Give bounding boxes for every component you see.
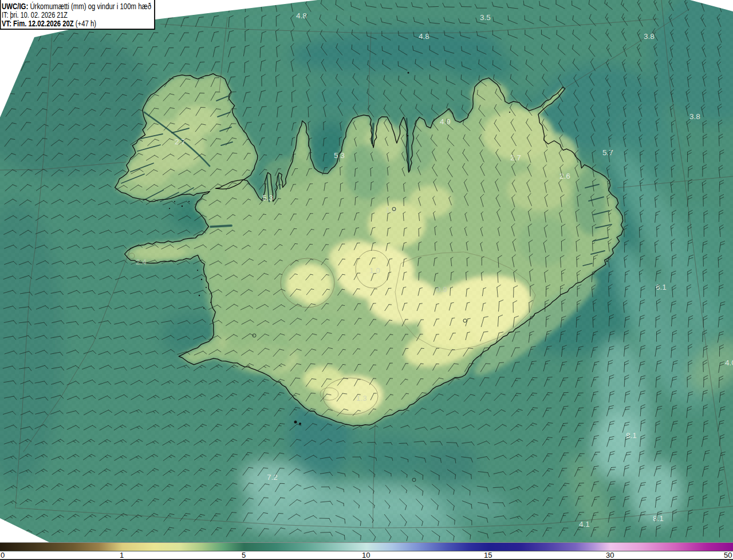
svg-text:UWC/IG: Úrkomumætti (mm) og vi: UWC/IG: Úrkomumætti (mm) og vindur i 100… <box>2 2 151 11</box>
svg-text:3.5: 3.5 <box>480 13 491 22</box>
svg-text:5: 5 <box>242 551 246 559</box>
svg-text:5.7: 5.7 <box>602 148 613 157</box>
svg-text:4.8: 4.8 <box>296 11 307 20</box>
svg-text:10: 10 <box>362 551 370 559</box>
svg-text:6.1: 6.1 <box>656 283 667 291</box>
svg-text:30: 30 <box>606 551 614 559</box>
svg-text:1.3: 1.3 <box>356 394 367 403</box>
svg-text:3.8: 3.8 <box>644 32 655 41</box>
svg-text:8.1: 8.1 <box>653 514 664 523</box>
svg-text:50: 50 <box>724 551 732 559</box>
svg-text:5.3: 5.3 <box>262 194 273 202</box>
svg-text:3.8: 3.8 <box>689 112 700 121</box>
svg-text:2.7: 2.7 <box>175 137 186 146</box>
svg-text:15: 15 <box>484 551 492 559</box>
svg-text:2.7: 2.7 <box>510 153 521 162</box>
svg-text:1: 1 <box>120 551 124 559</box>
svg-text:1.9: 1.9 <box>385 206 396 214</box>
svg-text:8.1: 8.1 <box>626 431 637 440</box>
svg-text:2.6: 2.6 <box>559 172 570 180</box>
svg-text:VT: Fim. 12.02.2026 20Z (+47 h: VT: Fim. 12.02.2026 20Z (+47 h) <box>2 19 96 28</box>
svg-text:0.9: 0.9 <box>436 285 447 294</box>
svg-text:IT: þri. 10. 02. 2026 21Z: IT: þri. 10. 02. 2026 21Z <box>2 11 68 19</box>
svg-text:4.8: 4.8 <box>419 32 429 41</box>
svg-text:4.9: 4.9 <box>440 117 451 126</box>
svg-text:4.0: 4.0 <box>725 358 733 367</box>
svg-text:0: 0 <box>1 551 5 559</box>
